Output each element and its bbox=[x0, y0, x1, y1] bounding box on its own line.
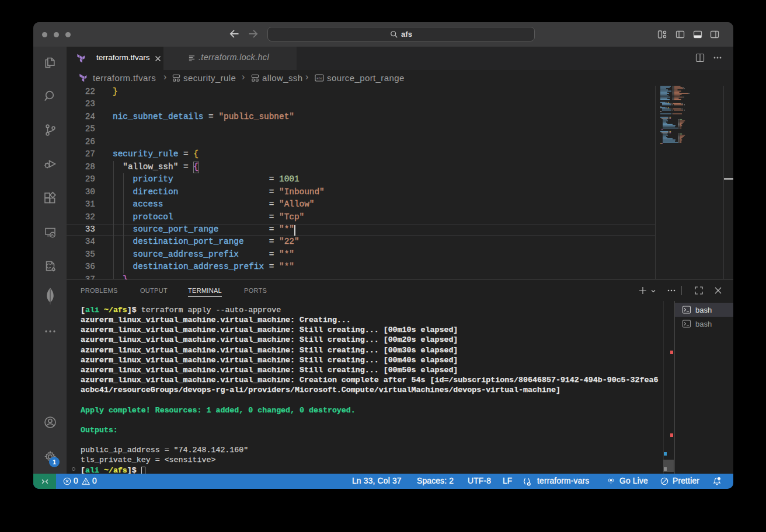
svg-text:abc: abc bbox=[316, 76, 323, 80]
